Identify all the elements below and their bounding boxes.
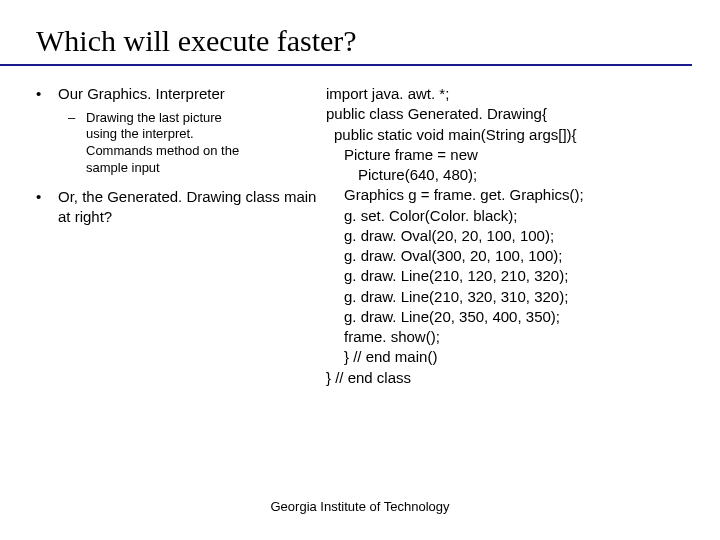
code-line: public static void main(String args[]){ xyxy=(326,125,686,145)
code-line: public class Generated. Drawing{ xyxy=(326,104,686,124)
code-line: Picture(640, 480); xyxy=(326,165,686,185)
bullet-text: Or, the Generated. Drawing class main at… xyxy=(58,187,326,226)
bullet-dot-icon: • xyxy=(36,84,58,104)
code-line: } // end main() xyxy=(326,347,686,367)
code-line: g. draw. Oval(300, 20, 100, 100); xyxy=(326,246,686,266)
dash-icon: – xyxy=(68,110,86,178)
bullet-item: • Our Graphics. Interpreter xyxy=(36,84,326,104)
code-line: frame. show(); xyxy=(326,327,686,347)
code-block: import java. awt. *; public class Genera… xyxy=(326,84,686,388)
code-line: g. set. Color(Color. black); xyxy=(326,206,686,226)
code-line: g. draw. Line(210, 320, 310, 320); xyxy=(326,287,686,307)
code-line: g. draw. Oval(20, 20, 100, 100); xyxy=(326,226,686,246)
code-line: Picture frame = new xyxy=(326,145,686,165)
code-line: import java. awt. *; xyxy=(326,84,686,104)
slide-title: Which will execute faster? xyxy=(0,0,692,66)
bullet-text: Our Graphics. Interpreter xyxy=(58,84,326,104)
slide-content: • Our Graphics. Interpreter – Drawing th… xyxy=(0,66,720,388)
bullet-dot-icon: • xyxy=(36,187,58,226)
sub-bullet-text: Drawing the last picture using the inter… xyxy=(86,110,256,178)
left-column: • Our Graphics. Interpreter – Drawing th… xyxy=(36,84,326,388)
bullet-item: • Or, the Generated. Drawing class main … xyxy=(36,187,326,226)
sub-bullet-item: – Drawing the last picture using the int… xyxy=(68,110,326,178)
code-line: Graphics g = frame. get. Graphics(); xyxy=(326,185,686,205)
footer-text: Georgia Institute of Technology xyxy=(0,499,720,514)
code-line: g. draw. Line(210, 120, 210, 320); xyxy=(326,266,686,286)
code-line: } // end class xyxy=(326,368,686,388)
code-line: g. draw. Line(20, 350, 400, 350); xyxy=(326,307,686,327)
